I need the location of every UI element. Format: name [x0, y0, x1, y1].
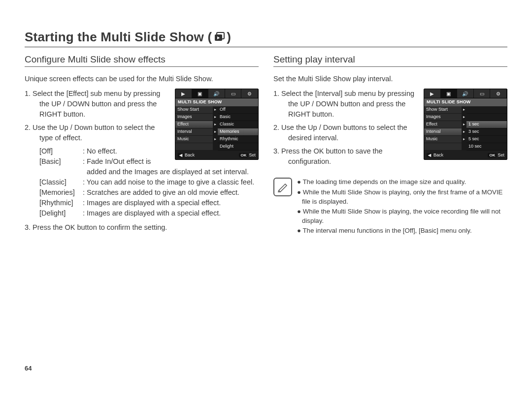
lcd-tab-sound-icon: 🔊 [457, 89, 474, 98]
back-key-icon: ◀ [427, 153, 432, 157]
right-column: Setting play interval Set the Multi Slid… [273, 54, 507, 237]
lcd-menu-right [466, 106, 507, 114]
lcd-menu-left: Interval [424, 128, 462, 136]
lcd-tab-slideshow-icon: ▣ [192, 89, 209, 98]
lcd-menu-left [175, 143, 213, 151]
chevron-right-icon: ▸ [462, 121, 466, 128]
page-number: 64 [25, 365, 507, 372]
lcd-menu-right: Basic [218, 114, 258, 121]
chevron-right-icon: ▸ [462, 128, 466, 136]
left-step3: 3. Press the OK button to confirm the se… [25, 222, 259, 233]
lcd-menu-right: Rhythmic [218, 136, 258, 143]
lcd-tab-play-icon: ▶ [175, 89, 192, 98]
lcd-menu-right: 5 sec [466, 136, 507, 143]
lcd-menu-left: Effect [424, 121, 462, 128]
left-steps-top: 1. Select the [Effect] sub menu by press… [25, 89, 168, 167]
lcd-menu-right: 10 sec [466, 143, 507, 151]
option-row: [Classic] : You can add noise to the ima… [39, 177, 259, 187]
note-list: ● The loading time depends on the image … [297, 178, 507, 237]
chevron-right-icon: ▸ [462, 114, 466, 121]
lcd-tab-sound-icon: 🔊 [208, 89, 225, 98]
lcd-menu-right: 3 sec [466, 128, 507, 136]
right-step2: 2. Use the Up / Down buttons to select t… [273, 123, 417, 143]
option-label: [Delight] [39, 208, 83, 218]
lcd-menu-left: Music [424, 136, 462, 143]
lcd-menu-left: Effect [175, 121, 213, 128]
option-desc: : No effect. [83, 146, 168, 156]
lcd-row: Interval▸3 sec [424, 128, 507, 136]
lcd-menu-left: Music [175, 136, 213, 143]
option-row: [Delight] : Images are displayed with a … [39, 208, 259, 218]
lcd-row: Delight [175, 143, 258, 151]
option-desc: : Scratches are added to give an old mov… [83, 187, 259, 198]
left-step2: 2. Use the Up / Down button to select th… [25, 123, 168, 143]
left-options-rest: added and the Images are displayed at se… [39, 167, 259, 218]
right-step1: 1. Select the [Interval] sub menu by pre… [273, 89, 417, 120]
chevron-right-icon: ▸ [213, 121, 218, 128]
right-step3: 3. Press the OK button to save the confi… [273, 146, 417, 167]
chevron-right-icon: ▸ [213, 106, 218, 114]
lcd-row: Effect▸1 sec [424, 121, 507, 128]
left-intro: Unique screen effects can be used for th… [25, 74, 259, 84]
right-step-block: 1. Select the [Interval] sub menu by pre… [273, 89, 507, 170]
option-label: [Classic] [39, 177, 83, 187]
lcd-row: Images▸Basic [175, 114, 258, 121]
note-item: ● While the Multi Slide Show is playing,… [297, 207, 507, 225]
lcd-menu-left [424, 143, 462, 151]
option-desc-first: : Fade In/Out effect is [83, 156, 168, 167]
lcd-row: Images▸ [424, 114, 507, 121]
content-columns: Configure Multi Slide show effects Uniqu… [25, 54, 507, 237]
lcd-menu-left: Show Start [175, 106, 213, 114]
lcd-menu-left: Interval [175, 128, 213, 136]
camera-lcd-effect: ▶ ▣ 🔊 ▭ ⚙ MULTI SLIDE SHOW Show Start▸Of… [175, 89, 259, 160]
lcd-menu-right: 1 sec [466, 121, 507, 128]
page-title: Starting the Multi Slide Show ( ) [25, 30, 507, 47]
lcd-menu-left: Show Start [424, 106, 462, 114]
camera-lcd-interval: ▶ ▣ 🔊 ▭ ⚙ MULTI SLIDE SHOW Show Start▸Im… [424, 89, 507, 160]
option-label: [Rhythmic] [39, 198, 83, 208]
lcd-row: Interval▸Memories [175, 128, 258, 136]
lcd-rows: Show Start▸Images▸Effect▸1 secInterval▸3… [424, 106, 507, 151]
lcd-menu-right: Delight [218, 143, 258, 151]
option-row: [Basic] : Fade In/Out effect is [39, 156, 168, 167]
left-column: Configure Multi Slide show effects Uniqu… [25, 54, 259, 237]
lcd-row: Music▸5 sec [424, 136, 507, 143]
chevron-right-icon: ▸ [213, 114, 218, 121]
right-intro: Set the Multi Slide Show play interval. [273, 74, 507, 84]
lcd-menu-right: Memories [218, 128, 258, 136]
lcd-menu-left: Images [175, 114, 213, 121]
lcd-tab-display-icon: ▭ [225, 89, 242, 98]
chevron-right-icon: ▸ [462, 136, 466, 143]
option-label [39, 167, 83, 177]
chevron-right-icon: ▸ [213, 128, 218, 136]
back-key-icon: ◀ [178, 153, 184, 157]
manual-page: Starting the Multi Slide Show ( ) Config… [0, 0, 532, 382]
left-step-block: 1. Select the [Effect] sub menu by press… [25, 89, 259, 167]
lcd-menu-right: Off [218, 106, 258, 114]
lcd-header: MULTI SLIDE SHOW [424, 98, 507, 106]
note-item: ● The loading time depends on the image … [297, 178, 507, 187]
option-label: [Off] [39, 146, 83, 156]
lcd-row: Effect▸Classic [175, 121, 258, 128]
lcd-row: Show Start▸ [424, 106, 507, 114]
lcd-menu-right [466, 114, 507, 121]
note-icon [273, 178, 292, 196]
note-item: ● The interval menu functions in the [Of… [297, 226, 507, 236]
option-row: [Off] : No effect. [39, 146, 168, 156]
lcd-set-label: Set [249, 153, 256, 157]
ok-key-icon: OK [488, 153, 497, 157]
lcd-menu-right: Classic [218, 121, 258, 128]
lcd-tab-settings-icon: ⚙ [241, 89, 258, 98]
option-label: [Memories] [39, 187, 83, 198]
option-desc: : Images are displayed with a special ef… [83, 208, 259, 218]
right-steps: 1. Select the [Interval] sub menu by pre… [273, 89, 417, 170]
option-desc: : You can add noise to the image to give… [83, 177, 259, 187]
option-desc: : Images are displayed with a special ef… [83, 198, 259, 208]
chevron-right-icon: ▸ [462, 106, 466, 114]
title-suffix: ) [227, 30, 231, 45]
lcd-row: 10 sec [424, 143, 507, 151]
option-label: [Basic] [39, 156, 83, 167]
lcd-rows: Show Start▸OffImages▸BasicEffect▸Classic… [175, 106, 258, 151]
lcd-tab-settings-icon: ⚙ [490, 89, 507, 98]
lcd-menu-left: Images [424, 114, 462, 121]
